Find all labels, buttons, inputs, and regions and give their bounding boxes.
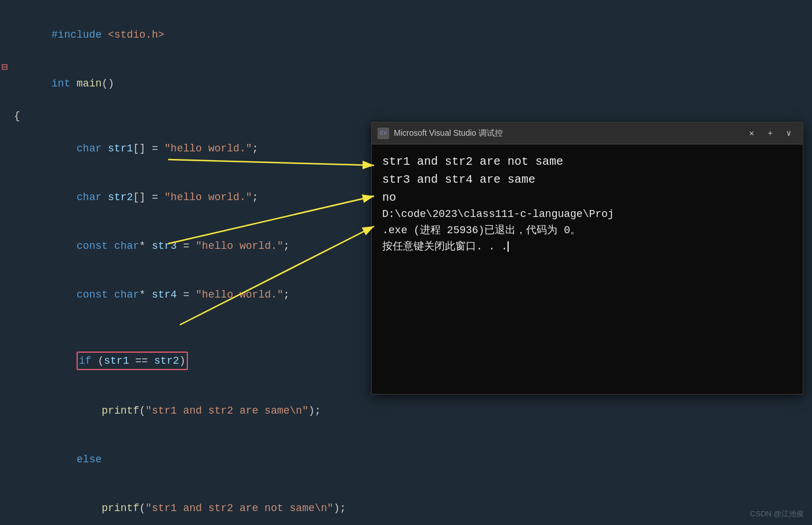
cursor <box>507 241 509 252</box>
code-line-2: ⊟ int main() <box>0 59 812 108</box>
console-path-line-3: 按任意键关闭此窗口. . . <box>382 239 792 255</box>
console-window: cv Microsoft Visual Studio 调试控 ✕ + ∨ str… <box>371 122 803 394</box>
console-output-line-3: no <box>382 189 792 207</box>
gutter-2: ⊟ <box>0 59 9 75</box>
console-path-line-1: D:\code\2023\class111-c-language\Proj <box>382 207 792 223</box>
watermark: CSDN @江池俊 <box>750 509 804 519</box>
code-line-1: #include <stdio.h> <box>0 10 812 59</box>
console-close-btn[interactable]: ✕ <box>744 125 760 142</box>
console-output-line-1: str1 and str2 are not same <box>382 153 792 171</box>
code-line-12: printf("str1 and str2 are not same\n"); <box>0 484 812 525</box>
console-content: str1 and str2 are not same str3 and str4… <box>372 144 803 394</box>
console-controls[interactable]: ✕ + ∨ <box>744 125 797 142</box>
console-title: Microsoft Visual Studio 调试控 <box>394 128 744 139</box>
console-titlebar: cv Microsoft Visual Studio 调试控 ✕ + ∨ <box>372 122 803 144</box>
console-add-btn[interactable]: + <box>762 125 778 142</box>
console-chevron-btn[interactable]: ∨ <box>781 125 797 142</box>
code-line-11: else <box>0 435 812 484</box>
console-output-line-2: str3 and str4 are same <box>382 171 792 189</box>
console-app-icon: cv <box>378 128 389 139</box>
console-path-line-2: .exe (进程 25936)已退出，代码为 0。 <box>382 223 792 239</box>
highlight-str1-str2: if (str1 == str2) <box>77 352 188 370</box>
